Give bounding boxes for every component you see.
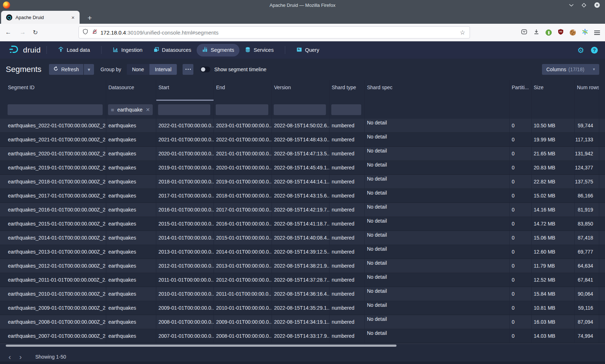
lock-slash-icon[interactable] xyxy=(92,29,98,36)
cell-num-rows: 117,133 xyxy=(575,133,599,146)
cell-shard-spec: No detail xyxy=(365,133,510,146)
table-row[interactable]: earthquakes_2012-01-01T00:00:00.000Z_2..… xyxy=(0,259,605,273)
cell-shard-spec: No detail xyxy=(365,273,510,287)
column-header-start[interactable]: Start xyxy=(156,80,214,101)
filter-cell xyxy=(214,101,272,119)
table-row[interactable]: earthquakes_2010-01-01T00:00:00.000Z_2..… xyxy=(0,287,605,301)
menu-icon[interactable] xyxy=(594,31,600,35)
table-row[interactable]: earthquakes_2013-01-01T00:00:00.000Z_2..… xyxy=(0,245,605,259)
table-row[interactable]: earthquakes_2020-01-01T00:00:00.000Z_2..… xyxy=(0,147,605,161)
cell-start: 2021-01-01T00:00:00.0... xyxy=(156,133,214,146)
cell-segment-id: earthquakes_2008-01-01T00:00:00.000Z_2..… xyxy=(6,315,106,329)
cell-partition: 0 xyxy=(510,287,532,301)
group-by-interval-button[interactable]: Interval xyxy=(149,64,177,75)
cell-num-rows: 90,064 xyxy=(575,287,599,301)
segment-id-filter-input[interactable] xyxy=(8,104,103,115)
brand-text: druid xyxy=(23,46,41,54)
columns-button[interactable]: Columns (17/18) ▾ xyxy=(542,64,599,75)
group-by-none-button[interactable]: None xyxy=(127,64,149,75)
table-row[interactable]: earthquakes_2014-01-01T00:00:00.000Z_2..… xyxy=(0,231,605,245)
cell-start: 2019-01-01T00:00:00.0... xyxy=(156,161,214,174)
cell-shard-spec: No detail xyxy=(365,245,510,259)
column-header-segment-id[interactable]: Segment ID xyxy=(6,80,106,101)
horizontal-scrollbar[interactable] xyxy=(0,344,605,347)
version-filter-input[interactable] xyxy=(274,104,326,115)
refresh-button[interactable]: Refresh xyxy=(49,64,83,75)
column-header-size[interactable]: Size xyxy=(532,80,575,101)
refresh-dropdown-button[interactable]: ▾ xyxy=(83,64,94,75)
window-close-icon[interactable] xyxy=(594,2,600,8)
table-row[interactable]: earthquakes_2015-01-01T00:00:00.000Z_2..… xyxy=(0,217,605,231)
forward-icon[interactable]: → xyxy=(17,29,28,36)
cell-shard-type: numbered xyxy=(330,287,365,301)
pocket-icon[interactable] xyxy=(521,29,527,36)
next-page-button[interactable]: › xyxy=(15,353,26,360)
cell-end: 2021-01-01T00:00:00.0... xyxy=(214,147,272,160)
nav-item-query[interactable]: Query xyxy=(291,44,325,56)
column-header-partition[interactable]: Partiti... xyxy=(510,80,532,101)
filter-tag-text: earthquake xyxy=(117,107,143,113)
cell-datasource: earthquakes xyxy=(106,189,156,203)
table-row[interactable]: earthquakes_2022-01-01T00:00:00.000Z_2..… xyxy=(0,119,605,133)
cell-partition: 0 xyxy=(510,315,532,329)
datasource-filter[interactable]: = earthquake ✕ xyxy=(108,104,153,115)
download-icon[interactable] xyxy=(533,29,539,36)
cell-start: 2016-01-01T00:00:00.0... xyxy=(156,203,214,217)
cell-partition: 0 xyxy=(510,231,532,245)
url-input[interactable]: 172.18.0.4:30109/unified-console.html#se… xyxy=(79,26,470,38)
window-minimize-icon[interactable] xyxy=(569,4,574,7)
table-row[interactable]: earthquakes_2019-01-01T00:00:00.000Z_2..… xyxy=(0,161,605,175)
table-row[interactable]: earthquakes_2017-01-01T00:00:00.000Z_2..… xyxy=(0,189,605,203)
new-tab-button[interactable]: + xyxy=(85,14,95,24)
table-row[interactable]: earthquakes_2007-01-01T00:00:00.000Z_2..… xyxy=(0,329,605,343)
privacy-badger-icon[interactable] xyxy=(546,29,552,36)
shard-type-filter-input[interactable] xyxy=(331,104,361,115)
back-icon[interactable]: ← xyxy=(3,29,14,36)
tab-apache-druid[interactable]: Apache Druid × xyxy=(1,11,80,24)
shield-icon[interactable] xyxy=(82,29,88,36)
segment-timeline-toggle[interactable] xyxy=(200,67,210,72)
query-icon xyxy=(296,47,302,54)
table-row[interactable]: earthquakes_2021-01-01T00:00:00.000Z_2..… xyxy=(0,133,605,147)
column-header-shard-type[interactable]: Shard type xyxy=(330,80,365,101)
column-header-datasource[interactable]: Datasource xyxy=(106,80,156,101)
end-filter-input[interactable] xyxy=(216,104,268,115)
window-maximize-icon[interactable] xyxy=(582,3,586,8)
start-filter-input[interactable] xyxy=(158,104,210,115)
extension-asterisk-icon[interactable] xyxy=(582,29,588,36)
table-row[interactable]: earthquakes_2009-01-01T00:00:00.000Z_2..… xyxy=(0,301,605,315)
cell-version: 2022-08-15T14:39:12.5... xyxy=(272,245,330,259)
remove-tag-icon[interactable]: ✕ xyxy=(146,107,150,113)
ublock-icon[interactable]: UO xyxy=(558,29,564,36)
close-tab-icon[interactable]: × xyxy=(70,14,76,21)
nav-item-services[interactable]: Services xyxy=(239,44,279,56)
column-header-shard-spec[interactable]: Shard spec xyxy=(365,80,510,101)
cookie-icon[interactable] xyxy=(570,29,576,36)
reload-icon[interactable]: ↻ xyxy=(30,29,41,36)
bookmark-star-icon[interactable]: ☆ xyxy=(459,29,466,36)
cell-end: 2009-01-01T00:00:00.0... xyxy=(214,315,272,329)
table-row[interactable]: earthquakes_2008-01-01T00:00:00.000Z_2..… xyxy=(0,315,605,329)
gear-icon[interactable]: ⚙ xyxy=(577,46,584,54)
column-header-num-rows[interactable]: Num rows xyxy=(575,80,599,101)
table-row[interactable]: earthquakes_2018-01-01T00:00:00.000Z_2..… xyxy=(0,175,605,189)
more-options-button[interactable] xyxy=(183,64,193,75)
table-row[interactable]: earthquakes_2016-01-01T00:00:00.000Z_2..… xyxy=(0,203,605,217)
cell-partition: 0 xyxy=(510,175,532,188)
column-header-version[interactable]: Version xyxy=(272,80,330,101)
nav-item-ingestion[interactable]: Ingestion xyxy=(107,44,148,56)
help-icon[interactable]: ? xyxy=(591,47,598,54)
column-header-end[interactable]: End xyxy=(214,80,272,101)
table-row[interactable]: earthquakes_2011-01-01T00:00:00.000Z_2..… xyxy=(0,273,605,287)
pagination-footer: ‹ › Showing 1-50 xyxy=(0,347,605,364)
druid-logo[interactable]: druid xyxy=(9,44,41,56)
cell-partition: 0 xyxy=(510,161,532,174)
cell-size: 21.65 MB xyxy=(532,147,575,160)
nav-item-segments[interactable]: Segments xyxy=(197,44,239,56)
nav-item-datasources[interactable]: Datasources xyxy=(148,44,197,56)
cell-start: 2020-01-01T00:00:00.0... xyxy=(156,147,214,160)
cell-segment-id: earthquakes_2015-01-01T00:00:00.000Z_2..… xyxy=(6,217,106,231)
nav-item-load-data[interactable]: Load data xyxy=(53,44,95,56)
scrollbar-thumb[interactable] xyxy=(6,345,396,347)
previous-page-button[interactable]: ‹ xyxy=(4,353,15,360)
